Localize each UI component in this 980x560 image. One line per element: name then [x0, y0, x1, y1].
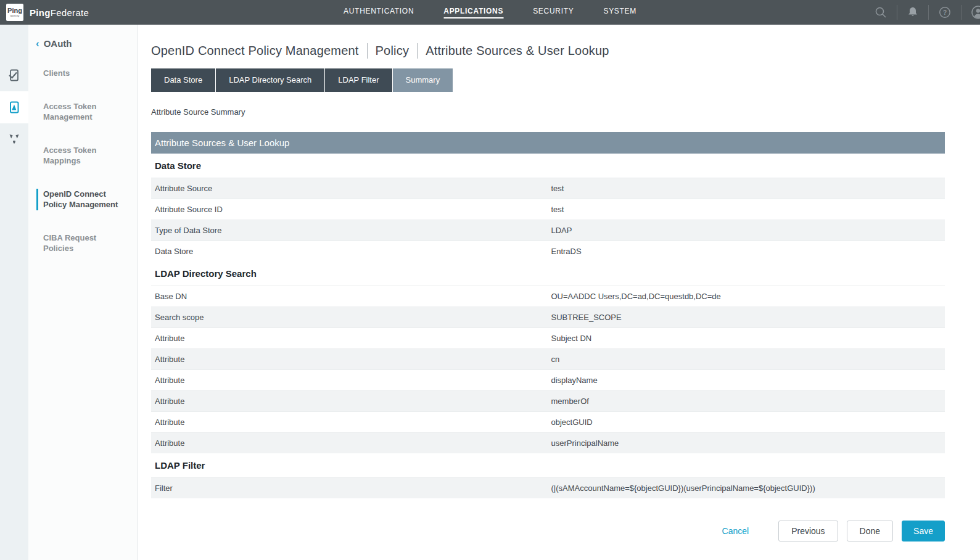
tab-ldap-filter[interactable]: LDAP Filter: [325, 68, 392, 92]
product-name: PingFederate: [30, 7, 89, 18]
row-label: Attribute: [151, 376, 548, 385]
section-title: Data Store: [155, 160, 945, 171]
row-label: Base DN: [151, 292, 548, 301]
clients-icon[interactable]: [0, 59, 28, 91]
sidebar-item-openid-connect-policy-management[interactable]: OpenID Connect Policy Management: [36, 189, 128, 210]
footer-actions: Cancel Previous Done Save: [151, 521, 945, 541]
ping-logo-subtext: Identity: [10, 14, 19, 17]
divider: [897, 5, 897, 20]
sidebar-item-ciba-request-policies[interactable]: CIBA Request Policies: [43, 233, 128, 254]
summary-row: Attribute memberOf: [151, 390, 945, 411]
sidebar-back-oauth[interactable]: ‹ OAuth: [36, 38, 137, 49]
ping-logo[interactable]: Ping Identity: [6, 4, 23, 21]
row-label: Search scope: [151, 313, 548, 322]
ping-logo-text: Ping: [7, 7, 22, 14]
row-label: Filter: [151, 484, 548, 493]
user-account-icon[interactable]: [971, 5, 980, 20]
row-value: cn: [548, 355, 945, 364]
row-value: OU=AADDC Users,DC=ad,DC=questdb,DC=de: [548, 292, 945, 301]
row-value: objectGUID: [548, 418, 945, 427]
summary-sections: Data Store Attribute Source test Attribu…: [151, 160, 945, 498]
row-value: SUBTREE_SCOPE: [548, 313, 945, 322]
breadcrumb-separator: [417, 43, 418, 59]
sidebar-item-clients[interactable]: Clients: [43, 68, 128, 79]
section-rows: Filter (|(sAMAccountName=${objectGUID})(…: [151, 477, 945, 498]
summary-row: Attribute Source test: [151, 178, 945, 199]
row-value: memberOf: [548, 397, 945, 406]
summary-row: Base DN OU=AADDC Users,DC=ad,DC=questdb,…: [151, 286, 945, 307]
table-header-bar: Attribute Sources & User Lookup: [151, 132, 945, 154]
divider: [928, 5, 929, 20]
section-rows: Attribute Source test Attribute Source I…: [151, 178, 945, 261]
access-token-management-icon[interactable]: [0, 91, 28, 123]
notifications-bell-icon[interactable]: [907, 6, 919, 19]
row-label: Attribute: [151, 355, 548, 364]
row-label: Attribute: [151, 439, 548, 448]
section-rows: Base DN OU=AADDC Users,DC=ad,DC=questdb,…: [151, 286, 945, 453]
summary-row: Type of Data Store LDAP: [151, 220, 945, 241]
summary-section: LDAP Directory Search Base DN OU=AADDC U…: [151, 268, 945, 453]
sidebar-item-access-token-mappings[interactable]: Access Token Mappings: [43, 145, 128, 167]
summary-label: Attribute Source Summary: [151, 107, 945, 117]
summary-section: LDAP Filter Filter (|(sAMAccountName=${o…: [151, 460, 945, 498]
row-value: (|(sAMAccountName=${objectGUID})(userPri…: [548, 484, 945, 493]
summary-section: Data Store Attribute Source test Attribu…: [151, 160, 945, 261]
top-nav-applications[interactable]: APPLICATIONS: [443, 7, 503, 19]
row-value: test: [548, 205, 945, 214]
page-title-breadcrumb: OpenID Connect Policy Management Policy …: [151, 43, 945, 59]
section-title: LDAP Filter: [155, 460, 945, 471]
row-value: userPrincipalName: [548, 439, 945, 448]
summary-row: Filter (|(sAMAccountName=${objectGUID})(…: [151, 477, 945, 498]
row-label: Attribute Source: [151, 184, 548, 193]
topbar-icons: ?: [874, 5, 980, 20]
summary-row: Attribute Subject DN: [151, 327, 945, 348]
previous-button[interactable]: Previous: [778, 521, 838, 541]
top-nav: AUTHENTICATIONAPPLICATIONSSECURITYSYSTEM: [344, 7, 636, 19]
sidebar-nav: ClientsAccess Token ManagementAccess Tok…: [28, 49, 137, 254]
breadcrumb-segment: Attribute Sources & User Lookup: [426, 44, 609, 58]
module-icon-rail: [0, 25, 28, 560]
top-nav-authentication[interactable]: AUTHENTICATION: [344, 7, 414, 19]
summary-row: Attribute Source ID test: [151, 199, 945, 220]
top-nav-security[interactable]: SECURITY: [533, 7, 574, 19]
summary-row: Data Store EntraDS: [151, 241, 945, 261]
breadcrumb-segment: Policy: [376, 44, 410, 58]
summary-row: Search scope SUBTREE_SCOPE: [151, 307, 945, 327]
tab-data-store[interactable]: Data Store: [151, 68, 215, 92]
topbar: Ping Identity PingFederate AUTHENTICATIO…: [0, 0, 980, 25]
breadcrumb-separator: [367, 43, 368, 59]
summary-row: Attribute objectGUID: [151, 411, 945, 432]
content-shell: ‹ OAuth ClientsAccess Token ManagementAc…: [0, 25, 980, 560]
main-content: OpenID Connect Policy Management Policy …: [138, 25, 980, 560]
row-value: LDAP: [548, 226, 945, 235]
sidebar-section-label: OAuth: [44, 38, 72, 49]
sidebar-item-access-token-management[interactable]: Access Token Management: [43, 101, 128, 123]
tab-summary[interactable]: Summary: [393, 68, 453, 92]
row-label: Attribute Source ID: [151, 205, 548, 214]
row-value: EntraDS: [548, 247, 945, 256]
summary-row: Attribute userPrincipalName: [151, 432, 945, 453]
row-label: Attribute: [151, 334, 548, 343]
summary-row: Attribute cn: [151, 348, 945, 369]
cancel-link[interactable]: Cancel: [722, 526, 749, 536]
tab-ldap-directory-search[interactable]: LDAP Directory Search: [216, 68, 324, 92]
sidebar: ‹ OAuth ClientsAccess Token ManagementAc…: [28, 25, 138, 560]
save-button[interactable]: Save: [902, 521, 945, 541]
app-root: Ping Identity PingFederate AUTHENTICATIO…: [0, 0, 980, 560]
chevron-left-icon: ‹: [36, 39, 39, 48]
done-button[interactable]: Done: [847, 521, 893, 541]
row-label: Data Store: [151, 247, 548, 256]
search-icon[interactable]: [874, 6, 887, 19]
breadcrumb-segment: OpenID Connect Policy Management: [151, 44, 359, 58]
row-value: Subject DN: [548, 334, 945, 343]
help-icon[interactable]: ?: [938, 6, 952, 19]
row-label: Attribute: [151, 397, 548, 406]
divider: [961, 5, 961, 20]
row-label: Attribute: [151, 418, 548, 427]
access-token-mappings-icon[interactable]: [0, 123, 28, 155]
product-name-bold: Ping: [30, 7, 51, 18]
section-title: LDAP Directory Search: [155, 268, 945, 279]
row-value: test: [548, 184, 945, 193]
top-nav-system[interactable]: SYSTEM: [603, 7, 636, 19]
row-value: displayName: [548, 376, 945, 385]
